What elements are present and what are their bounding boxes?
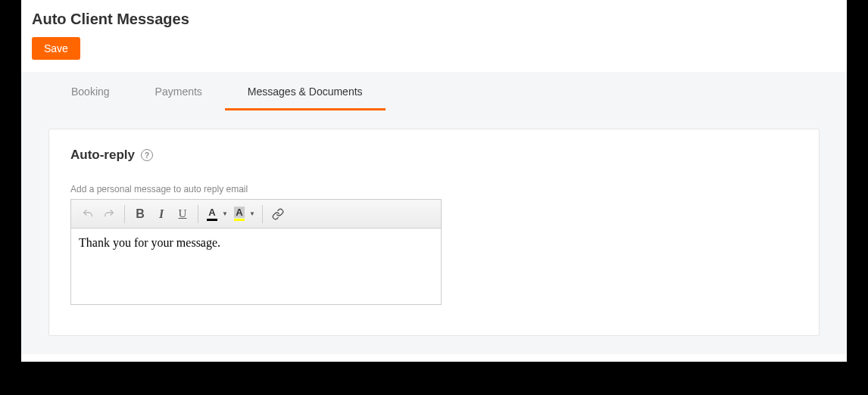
editor-body[interactable]: Thank you for your message. [71,229,441,304]
toolbar-separator [198,205,198,223]
highlight-color-icon: A [233,207,246,221]
rich-text-editor: B I U A ▼ [70,199,442,305]
tabs: Booking Payments Messages & Documents [48,72,820,110]
chevron-down-icon: ▼ [249,210,255,217]
toolbar-separator [262,205,263,223]
toolbar-group-link [264,204,292,225]
text-color-button[interactable]: A ▼ [203,204,230,225]
page-title: Auto Client Messages [32,11,836,28]
highlight-color-button[interactable]: A ▼ [230,204,258,225]
editor-toolbar: B I U A ▼ [71,200,441,229]
text-color-bar [207,219,217,221]
tabs-area: Booking Payments Messages & Documents [21,72,847,110]
content-area: Auto-reply ? Add a personal message to a… [21,110,847,354]
toolbar-separator [124,205,125,223]
underline-button[interactable]: U [172,204,193,225]
save-button[interactable]: Save [32,37,80,60]
toolbar-group-format: B I U [126,204,196,225]
link-button[interactable] [267,204,289,225]
tab-booking[interactable]: Booking [48,72,133,110]
tab-payments[interactable]: Payments [133,72,225,110]
tab-messages-documents[interactable]: Messages & Documents [225,72,386,110]
italic-button[interactable]: I [151,204,172,225]
panel: Auto-reply ? Add a personal message to a… [48,129,820,336]
toolbar-group-color: A ▼ A ▼ [200,204,261,225]
highlight-color-bar [234,219,245,221]
page-container: Auto Client Messages Save Booking Paymen… [21,0,847,362]
chevron-down-icon: ▼ [222,210,228,217]
redo-icon [103,208,115,220]
redo-button[interactable] [98,204,120,225]
bold-button[interactable]: B [130,204,151,225]
toolbar-group-history [74,204,123,225]
section-title: Auto-reply [70,148,135,163]
undo-icon [82,208,94,220]
undo-button[interactable] [77,204,98,225]
header: Auto Client Messages Save [21,0,847,72]
section-title-row: Auto-reply ? [70,148,798,163]
help-icon[interactable]: ? [141,149,153,161]
field-label: Add a personal message to auto reply ema… [70,184,798,194]
link-icon [272,208,284,220]
text-color-icon: A [205,207,219,221]
